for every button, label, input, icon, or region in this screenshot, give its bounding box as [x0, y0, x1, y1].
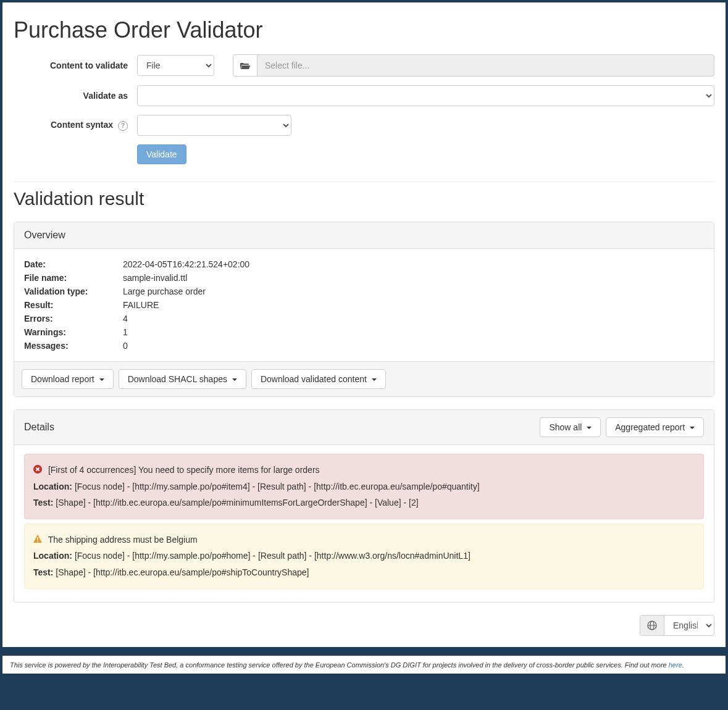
download-report-button[interactable]: Download report	[22, 369, 114, 389]
detail-loc-label: Location:	[33, 482, 72, 491]
caret-down-icon	[372, 378, 377, 381]
file-browse-button[interactable]	[233, 54, 257, 77]
syntax-select[interactable]	[137, 115, 291, 136]
detail-loc-value: [Focus node] - [http://my.sample.po/po#i…	[75, 482, 480, 491]
ov-errors-value: 4	[123, 314, 128, 324]
caret-down-icon	[232, 378, 237, 381]
ov-warnings-label: Warnings:	[24, 327, 123, 337]
ov-result-value: FAILURE	[123, 300, 159, 310]
row-validate-as: Validate as	[14, 85, 714, 106]
detail-item-warning[interactable]: The shipping address must be Belgium Loc…	[24, 524, 704, 589]
ov-warnings-value: 1	[123, 327, 128, 337]
language-bar: English	[14, 615, 714, 636]
ov-messages-value: 0	[123, 341, 128, 351]
globe-icon	[640, 616, 664, 635]
caret-down-icon	[690, 427, 695, 429]
footer: This service is powered by the Interoper…	[2, 656, 726, 674]
ov-date-label: Date:	[24, 259, 123, 269]
detail-item-error[interactable]: [First of 4 occurrences] You need to spe…	[24, 454, 704, 519]
overview-heading: Overview	[14, 222, 714, 249]
folder-open-icon	[240, 62, 250, 69]
help-icon[interactable]: ?	[118, 121, 128, 131]
label-validate-as: Validate as	[14, 91, 137, 101]
warning-triangle-icon	[33, 535, 42, 543]
details-panel: Details Show all Aggregated report [Firs…	[14, 409, 714, 603]
details-heading: Details	[24, 422, 54, 433]
label-content: Content to validate	[14, 61, 137, 70]
validate-button[interactable]: Validate	[137, 144, 186, 164]
detail-msg: The shipping address must be Belgium	[48, 535, 198, 545]
ov-file-label: File name:	[24, 273, 123, 283]
page-title: Purchase Order Validator	[14, 2, 714, 54]
row-submit: Validate	[14, 144, 714, 164]
ov-messages-label: Messages:	[24, 341, 123, 351]
divider	[14, 182, 714, 182]
content-mode-select[interactable]: File	[137, 55, 214, 76]
language-select[interactable]: English	[664, 616, 714, 635]
show-all-button[interactable]: Show all	[540, 417, 601, 437]
footer-link[interactable]: here	[669, 661, 682, 669]
caret-down-icon	[587, 427, 592, 429]
validate-as-select[interactable]	[137, 85, 714, 106]
file-input[interactable]: Select file...	[257, 54, 714, 77]
download-content-button[interactable]: Download validated content	[251, 369, 386, 389]
label-syntax: Content syntax ?	[14, 120, 137, 130]
ov-result-label: Result:	[24, 300, 123, 310]
ov-errors-label: Errors:	[24, 314, 123, 324]
ov-type-label: Validation type:	[24, 286, 123, 296]
ov-file-value: sample-invalid.ttl	[123, 273, 187, 283]
detail-test-value: [Shape] - [http://itb.ec.europa.eu/sampl…	[56, 498, 418, 507]
caret-down-icon	[99, 378, 104, 381]
detail-test-value: [Shape] - [http://itb.ec.europa.eu/sampl…	[56, 567, 309, 577]
row-content: Content to validate File Select file...	[14, 54, 714, 77]
detail-msg: [First of 4 occurrences] You need to spe…	[48, 465, 320, 475]
detail-test-label: Test:	[33, 567, 53, 577]
svg-rect-2	[37, 541, 38, 542]
svg-rect-1	[37, 537, 38, 540]
overview-panel: Overview Date:2022-04-05T16:42:21.524+02…	[14, 222, 714, 397]
detail-loc-value: [Focus node] - [http://my.sample.po/po#h…	[75, 551, 471, 561]
aggregated-report-button[interactable]: Aggregated report	[606, 417, 704, 437]
ov-type-value: Large purchase order	[123, 286, 206, 296]
ov-date-value: 2022-04-05T16:42:21.524+02:00	[123, 259, 249, 269]
detail-loc-label: Location:	[33, 551, 72, 561]
download-shapes-button[interactable]: Download SHACL shapes	[119, 369, 246, 389]
row-syntax: Content syntax ?	[14, 115, 714, 136]
error-circle-icon	[33, 465, 42, 474]
result-title: Validation result	[14, 188, 714, 209]
detail-test-label: Test:	[33, 498, 53, 507]
